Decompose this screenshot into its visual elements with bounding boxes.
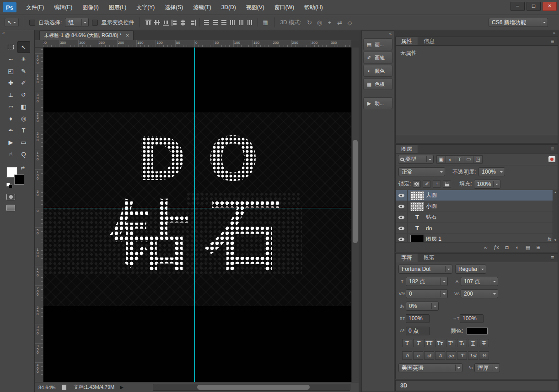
- language-dropdown[interactable]: 美国英语: [398, 363, 462, 372]
- opacity-dropdown[interactable]: 100%: [478, 167, 505, 176]
- contextual-alternates-button[interactable]: e: [413, 351, 423, 360]
- kerning-dropdown[interactable]: 0: [406, 289, 448, 298]
- layer-filter-dropdown[interactable]: 类型: [398, 155, 434, 164]
- document-tab[interactable]: 未标题-1 @ 84.6% (大圆, RGB/8) * ×: [39, 30, 134, 40]
- visibility-cell[interactable]: [396, 212, 408, 222]
- actions-panel-button[interactable]: ▶动...: [363, 97, 392, 109]
- layer-thumbnail[interactable]: [410, 202, 424, 211]
- crop-tool[interactable]: ◰: [5, 65, 17, 77]
- collapse-right-dock-chevron[interactable]: »: [395, 30, 559, 37]
- menu-item[interactable]: 窗口(W): [269, 0, 299, 15]
- font-family-dropdown[interactable]: Fortuna Dot: [398, 265, 452, 274]
- menu-item[interactable]: 3D(D): [216, 0, 241, 15]
- align-bottom-edges-icon[interactable]: [163, 20, 170, 26]
- lock-position-button[interactable]: +: [433, 180, 441, 188]
- minimize-button[interactable]: –: [511, 2, 525, 11]
- auto-align-layers-icon[interactable]: ▦: [262, 20, 269, 26]
- faux-italic-button[interactable]: T: [413, 339, 423, 347]
- layer-thumbnail[interactable]: T: [410, 224, 424, 233]
- 3d-mode-icon-4[interactable]: ◇: [344, 18, 355, 27]
- align-left-edges-icon[interactable]: [172, 20, 178, 26]
- lock-transparent-pixels-button[interactable]: [413, 180, 421, 188]
- horizontal-scrollbar[interactable]: [153, 384, 350, 391]
- 3d-mode-icon-1[interactable]: ◎: [314, 18, 324, 27]
- canvas[interactable]: DO 钻石: [43, 48, 351, 382]
- type-tool[interactable]: T: [17, 124, 30, 136]
- tab-paragraph[interactable]: 段落: [418, 254, 440, 262]
- stylistic-alternates-button[interactable]: aa: [446, 351, 456, 360]
- menu-item[interactable]: 文字(Y): [131, 0, 160, 15]
- eraser-tool[interactable]: ▱: [5, 101, 17, 112]
- tool-preset-picker[interactable]: ↖: [5, 18, 19, 27]
- font-style-dropdown[interactable]: Regular: [455, 265, 486, 274]
- tracking-dropdown[interactable]: 200: [461, 289, 498, 298]
- baseline-shift-input[interactable]: 0 点: [406, 327, 430, 335]
- vertical-scrollbar-thumb[interactable]: [353, 140, 358, 243]
- zoom-level[interactable]: 84.64%: [38, 385, 59, 390]
- maximize-button[interactable]: □: [527, 2, 541, 11]
- faux-bold-button[interactable]: T: [402, 339, 412, 347]
- 3d-mode-icon-2[interactable]: +: [324, 18, 334, 27]
- subscript-button[interactable]: T₁: [457, 339, 467, 347]
- discretionary-ligatures-button[interactable]: st: [424, 351, 434, 360]
- brush-tool[interactable]: ✐: [17, 77, 30, 89]
- collapse-toolbar-chevron[interactable]: «: [0, 30, 34, 37]
- auto-select-checkbox[interactable]: [29, 20, 35, 26]
- path-selection-tool[interactable]: ▶: [5, 136, 17, 148]
- lock-all-button[interactable]: [443, 180, 451, 188]
- text-color-swatch[interactable]: [467, 328, 488, 334]
- menu-item[interactable]: 选择(S): [160, 0, 188, 15]
- layer-thumbnail[interactable]: [410, 235, 424, 243]
- layer-row[interactable]: 大圆: [396, 190, 558, 201]
- clone-stamp-tool[interactable]: ⊥: [5, 89, 17, 101]
- lasso-tool[interactable]: ∽: [5, 53, 17, 65]
- layers-scrollbar[interactable]: ▲▼: [553, 190, 558, 242]
- blur-tool[interactable]: ♦: [5, 112, 17, 124]
- screen-mode-button[interactable]: [6, 205, 15, 211]
- layer-style-icon[interactable]: ƒx: [493, 244, 500, 250]
- align-vertical-centers-icon[interactable]: [154, 20, 161, 26]
- proportional-spacing-dropdown[interactable]: 0%: [406, 302, 439, 311]
- align-right-edges-icon[interactable]: [189, 20, 196, 26]
- filter-shape-layers-icon[interactable]: ▭: [464, 155, 473, 164]
- filter-type-layers-icon[interactable]: T: [455, 155, 464, 164]
- visibility-cell[interactable]: [396, 234, 408, 243]
- filter-adjustment-layers-icon[interactable]: ◐: [446, 155, 455, 164]
- distribute-horizontal-centers-icon[interactable]: [238, 20, 245, 26]
- add-layer-mask-icon[interactable]: ◘: [504, 244, 510, 250]
- small-caps-button[interactable]: Tᴛ: [435, 339, 445, 347]
- ligatures-button[interactable]: fi: [402, 351, 412, 360]
- distribute-bottom-edges-icon[interactable]: [221, 20, 228, 26]
- layer-row[interactable]: T钻石: [396, 212, 558, 223]
- vertical-scrollbar[interactable]: [351, 48, 359, 382]
- font-size-dropdown[interactable]: 182 点: [406, 277, 448, 286]
- color-panel-button[interactable]: ◐颜色: [363, 65, 392, 77]
- menu-item[interactable]: 文件(F): [21, 0, 49, 15]
- layer-row[interactable]: 图层 1fx: [396, 234, 558, 243]
- 3d-panel-bar[interactable]: 3D: [395, 380, 558, 391]
- magic-wand-tool[interactable]: ✳: [17, 53, 30, 65]
- leading-dropdown[interactable]: 107 点: [461, 277, 498, 286]
- underline-button[interactable]: T: [468, 339, 478, 347]
- new-group-icon[interactable]: ▤: [525, 244, 531, 250]
- swatches-panel-button[interactable]: ▦色板: [363, 78, 392, 90]
- workspace-dropdown[interactable]: CS6 新增功能: [489, 18, 548, 27]
- panel-menu-icon[interactable]: ≡: [547, 254, 558, 262]
- spot-healing-brush-tool[interactable]: ✚: [5, 77, 17, 89]
- eye-icon[interactable]: [398, 238, 404, 241]
- status-options-arrow[interactable]: ▶: [120, 385, 124, 390]
- show-transform-checkbox[interactable]: [92, 20, 98, 26]
- distribute-right-edges-icon[interactable]: [247, 20, 254, 26]
- horizontal-scrollbar-thumb[interactable]: [197, 385, 310, 390]
- titling-alternates-button[interactable]: T: [457, 351, 467, 360]
- distribute-top-edges-icon[interactable]: [204, 20, 210, 26]
- auto-select-target-dropdown[interactable]: 组: [65, 18, 89, 27]
- align-horizontal-centers-icon[interactable]: [180, 20, 187, 26]
- dodge-tool[interactable]: ◎: [17, 112, 30, 124]
- filter-smart-objects-icon[interactable]: ◳: [473, 155, 483, 164]
- layer-thumbnail[interactable]: [410, 191, 424, 200]
- rectangle-tool[interactable]: ▭: [17, 136, 30, 148]
- zoom-tool[interactable]: Q: [17, 148, 30, 160]
- anti-alias-dropdown[interactable]: 浑厚: [474, 363, 500, 372]
- menu-item[interactable]: 图层(L): [104, 0, 132, 15]
